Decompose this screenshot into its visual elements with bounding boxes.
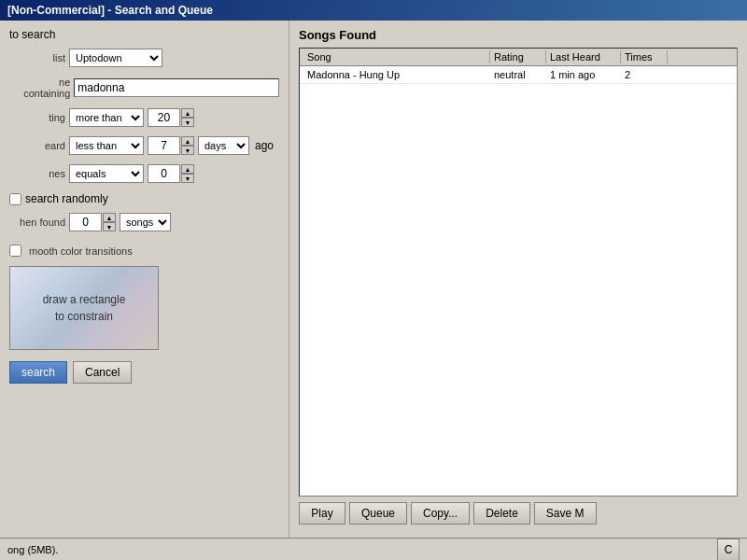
times-label: nes	[9, 168, 65, 179]
times-spinner: ▲ ▼	[148, 164, 194, 183]
rating-down-btn[interactable]: ▼	[181, 118, 194, 127]
when-found-prefix: hen found	[9, 217, 65, 228]
when-found-value-input[interactable]	[69, 213, 102, 231]
table-header: Song Rating Last Heard Times	[300, 49, 737, 66]
search-randomly-checkbox[interactable]	[9, 193, 21, 205]
title-bar: [Non-Commercial] - Search and Queue	[0, 0, 747, 21]
last-heard-suffix: ago	[255, 139, 274, 152]
last-heard-down-btn[interactable]: ▼	[181, 146, 194, 155]
rating-spinner-buttons: ▲ ▼	[181, 108, 194, 127]
times-value-input[interactable]	[148, 164, 180, 183]
playlist-select[interactable]: Uptodown All Songs Favorites	[69, 49, 162, 67]
rating-condition-select[interactable]: more than less than equals	[69, 108, 144, 127]
when-found-down-btn[interactable]: ▼	[103, 222, 116, 231]
times-spinner-buttons: ▲ ▼	[181, 164, 194, 183]
last-heard-up-btn[interactable]: ▲	[181, 136, 194, 146]
name-label: ne containing	[9, 77, 70, 99]
bottom-buttons: Play Queue Copy... Delete Save M	[299, 502, 738, 525]
window-title: [Non-Commercial] - Search and Queue	[7, 4, 213, 17]
queue-button[interactable]: Queue	[349, 502, 407, 525]
when-found-spinner-buttons: ▲ ▼	[103, 213, 116, 231]
close-button[interactable]: C	[717, 539, 740, 561]
last-heard-unit-select[interactable]: days hours minutes	[198, 136, 249, 155]
status-text: ong (5MB).	[7, 544, 58, 555]
last-heard-row: eard less than more than equals ▲ ▼ days…	[9, 136, 279, 155]
col-last-heard[interactable]: Last Heard	[546, 50, 621, 63]
left-panel: to search list Uptodown All Songs Favori…	[0, 21, 289, 560]
left-section-title: to search	[9, 28, 279, 41]
row-rating: neutral	[490, 68, 546, 81]
playlist-row: list Uptodown All Songs Favorites	[9, 49, 279, 67]
col-rating[interactable]: Rating	[490, 50, 546, 63]
times-condition-select[interactable]: equals more than less than	[69, 164, 144, 183]
name-row: ne containing	[9, 77, 279, 99]
delete-button[interactable]: Delete	[473, 502, 530, 525]
copy-button[interactable]: Copy...	[411, 502, 470, 525]
row-last-heard: 1 min ago	[546, 68, 621, 81]
search-randomly-row: search randomly	[9, 192, 279, 205]
rating-spinner: ▲ ▼	[148, 108, 194, 127]
last-heard-spinner-buttons: ▲ ▼	[181, 136, 194, 155]
color-preview[interactable]: draw a rectangle to constrain	[9, 266, 159, 350]
rating-value-input[interactable]	[148, 108, 180, 127]
last-heard-spinner: ▲ ▼	[148, 136, 194, 155]
last-heard-label: eard	[9, 140, 65, 151]
table-body: Madonna - Hung Up neutral 1 min ago 2	[300, 66, 737, 493]
when-found-spinner: ▲ ▼	[69, 213, 116, 231]
search-button[interactable]: search	[9, 361, 67, 384]
results-table: Song Rating Last Heard Times Madonna - H…	[299, 48, 738, 497]
right-content: Songs Found Song Rating Last Heard Times…	[299, 28, 738, 553]
rating-row: ting more than less than equals ▲ ▼	[9, 108, 279, 127]
status-bar: ong (5MB). C	[0, 538, 747, 560]
smooth-checkbox[interactable]	[9, 245, 21, 257]
play-button[interactable]: Play	[299, 502, 345, 525]
table-row[interactable]: Madonna - Hung Up neutral 1 min ago 2	[300, 66, 737, 84]
songs-found-title: Songs Found	[299, 28, 738, 42]
rating-up-btn[interactable]: ▲	[181, 108, 194, 118]
smooth-label: mooth color transitions	[25, 245, 133, 257]
times-up-btn[interactable]: ▲	[181, 164, 194, 174]
color-preview-text: draw a rectangle to constrain	[43, 291, 126, 325]
when-found-up-btn[interactable]: ▲	[103, 213, 116, 222]
playlist-label: list	[9, 52, 65, 63]
row-song: Madonna - Hung Up	[303, 68, 490, 81]
when-found-row: hen found ▲ ▼ songs minutes	[9, 213, 279, 231]
row-times: 2	[621, 68, 668, 81]
times-row: nes equals more than less than ▲ ▼	[9, 164, 279, 183]
smooth-row: mooth color transitions	[9, 245, 279, 257]
search-randomly-label: search randomly	[25, 192, 108, 205]
last-heard-value-input[interactable]	[148, 136, 180, 155]
name-input[interactable]	[74, 78, 279, 97]
when-found-unit-select[interactable]: songs minutes	[120, 213, 171, 231]
cancel-button[interactable]: Cancel	[73, 361, 132, 384]
save-m-button[interactable]: Save M	[534, 502, 597, 525]
col-song[interactable]: Song	[303, 50, 490, 63]
col-times[interactable]: Times	[621, 50, 668, 63]
right-panel: Songs Found Song Rating Last Heard Times…	[289, 21, 747, 560]
left-action-buttons: search Cancel	[9, 361, 279, 384]
last-heard-condition-select[interactable]: less than more than equals	[69, 136, 144, 155]
times-down-btn[interactable]: ▼	[181, 174, 194, 183]
rating-label: ting	[9, 112, 65, 123]
